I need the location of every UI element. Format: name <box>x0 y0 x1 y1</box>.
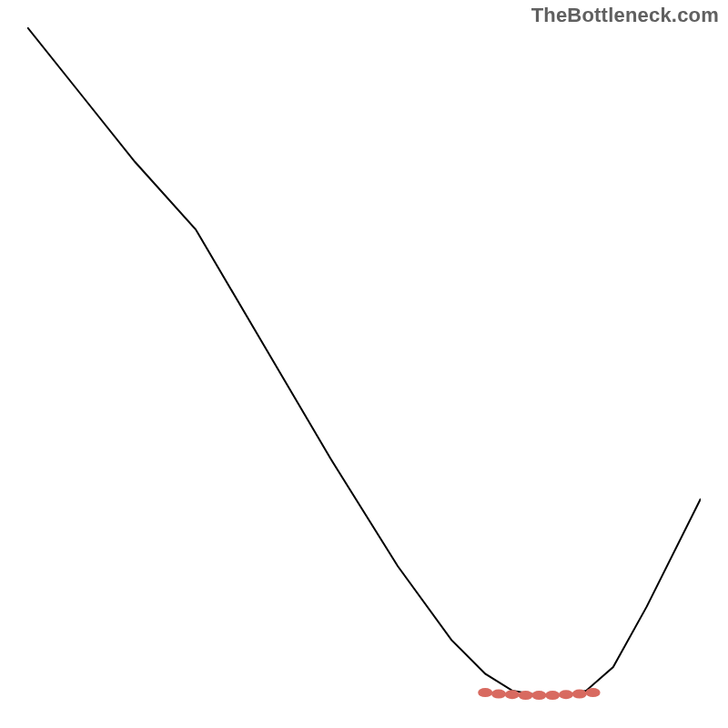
optimal-marker <box>559 690 573 699</box>
optimal-range-markers <box>478 688 600 700</box>
optimal-marker <box>478 688 492 697</box>
optimal-marker <box>572 690 587 699</box>
optimal-marker <box>586 688 601 697</box>
optimal-marker <box>519 691 533 700</box>
optimal-marker <box>491 690 506 699</box>
gradient-background <box>27 27 701 701</box>
optimal-marker <box>545 691 560 700</box>
chart-stage: TheBottleneck.com <box>0 0 728 728</box>
optimal-marker <box>505 690 520 699</box>
bottleneck-chart <box>0 0 728 728</box>
bottleneck-curve <box>27 27 701 695</box>
optimal-marker <box>531 691 546 700</box>
